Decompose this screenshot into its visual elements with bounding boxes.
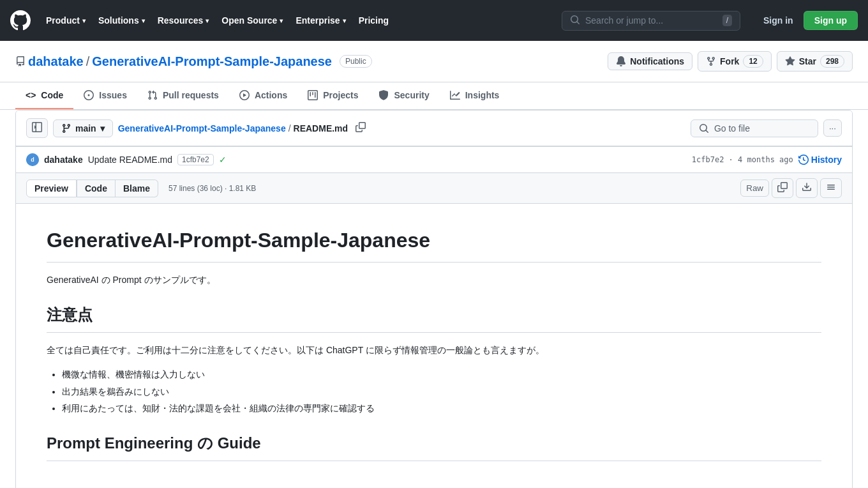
list-item: 出力結果を鵜呑みにしない	[62, 385, 821, 399]
nav-open-source-label: Open Source	[221, 15, 277, 26]
readme-title: GenerativeAI-Prompt-Sample-Japanese	[47, 224, 821, 263]
tab-code-label: Code	[41, 90, 63, 100]
file-path-repo-link[interactable]: GenerativeAI-Prompt-Sample-Japanese	[118, 123, 286, 133]
sign-in-button[interactable]: Sign in	[758, 11, 798, 30]
star-icon	[785, 56, 795, 66]
nav-open-source[interactable]: Open Source ▾	[216, 11, 288, 29]
raw-button[interactable]: Raw	[740, 179, 769, 197]
branch-chevron: ▾	[100, 123, 105, 133]
tab-issues[interactable]: Issues	[73, 82, 137, 109]
goto-file-placeholder: Go to file	[714, 123, 750, 133]
commit-time: 4 months ago	[738, 155, 793, 164]
repo-header: dahatake / GenerativeAI-Prompt-Sample-Ja…	[0, 41, 868, 82]
tab-code[interactable]: <> Code	[15, 82, 73, 109]
search-icon	[570, 15, 580, 27]
notifications-button[interactable]: Notifications	[608, 52, 692, 70]
commit-dot: ·	[729, 155, 738, 164]
fork-icon	[706, 56, 716, 66]
commit-message: Update README.md	[88, 155, 172, 165]
list-item: 機微な情報、機密情報は入力しない	[62, 367, 821, 381]
copy-content-button[interactable]	[772, 178, 793, 198]
nav-resources-chevron: ▾	[206, 17, 209, 24]
tab-security[interactable]: Security	[368, 82, 439, 109]
copy-icon	[355, 122, 366, 132]
commit-full-hash: 1cfb7e2 · 4 months ago	[692, 155, 793, 164]
sign-up-button[interactable]: Sign up	[804, 11, 858, 30]
readme-content: GenerativeAI-Prompt-Sample-Japanese Gene…	[16, 204, 852, 488]
nav-solutions[interactable]: Solutions ▾	[93, 11, 150, 29]
nav-resources[interactable]: Resources ▾	[153, 11, 214, 29]
tab-pull-requests[interactable]: Pull requests	[137, 82, 229, 109]
notifications-label: Notifications	[630, 56, 684, 66]
avatar: d	[26, 153, 39, 166]
branch-selector[interactable]: main ▾	[53, 119, 113, 137]
avatar-image: d	[26, 153, 39, 166]
commit-hash-short: 1cfb7e2	[692, 155, 724, 164]
tab-pull-requests-label: Pull requests	[163, 90, 219, 100]
tab-projects[interactable]: Projects	[297, 82, 368, 109]
tab-projects-label: Projects	[323, 90, 358, 100]
copy-path-button[interactable]	[353, 119, 368, 137]
nav-solutions-chevron: ▾	[142, 17, 145, 24]
content-area: main ▾ GenerativeAI-Prompt-Sample-Japane…	[0, 110, 868, 488]
tab-actions[interactable]: Actions	[229, 82, 297, 109]
nav-solutions-label: Solutions	[98, 15, 139, 26]
more-options-icon: ···	[829, 123, 836, 133]
nav-product-chevron: ▾	[82, 17, 86, 24]
tab-bar: <> Code Issues Pull requests Actions Pro…	[0, 82, 868, 110]
nav-items: Product ▾ Solutions ▾ Resources ▾ Open S…	[41, 11, 394, 29]
view-tabs: Preview Code Blame	[26, 179, 158, 197]
history-button[interactable]: History	[798, 155, 842, 165]
insights-icon	[450, 90, 460, 100]
file-header-right: Go to file ···	[691, 119, 842, 137]
download-button[interactable]	[796, 178, 818, 198]
star-label: Star	[799, 56, 816, 66]
repo-name-link[interactable]: GenerativeAI-Prompt-Sample-Japanese	[92, 54, 332, 69]
blame-tab[interactable]: Blame	[116, 179, 158, 197]
sidebar-toggle-button[interactable]	[26, 118, 48, 138]
search-input[interactable]	[585, 15, 717, 26]
branch-name: main	[75, 123, 96, 133]
actions-icon	[239, 90, 250, 100]
top-navigation: Product ▾ Solutions ▾ Resources ▾ Open S…	[0, 0, 868, 41]
tab-actions-label: Actions	[255, 90, 287, 100]
list-item: 利用にあたっては、知財・法的な課題を会社・組織の法律の専門家に確認する	[62, 401, 821, 415]
file-actions: Raw	[740, 178, 842, 198]
readme-section2-title: Prompt Engineering の Guide	[47, 431, 821, 461]
repo-actions: Notifications Fork 12 Star 298	[608, 51, 853, 72]
star-count: 298	[820, 55, 844, 68]
nav-resources-label: Resources	[158, 15, 204, 26]
commit-hash-button[interactable]: 1cfb7e2	[177, 154, 214, 165]
goto-file-button[interactable]: Go to file	[691, 119, 818, 137]
file-path-section: main ▾ GenerativeAI-Prompt-Sample-Japane…	[26, 118, 368, 138]
history-label: History	[811, 155, 842, 165]
nav-pricing[interactable]: Pricing	[354, 11, 394, 29]
more-options-button[interactable]: ···	[823, 119, 842, 137]
issues-icon	[84, 90, 94, 100]
nav-product-label: Product	[46, 15, 80, 26]
projects-icon	[308, 90, 318, 100]
fork-button[interactable]: Fork 12	[698, 51, 772, 72]
commit-author: dahatake	[44, 155, 83, 165]
nav-product[interactable]: Product ▾	[41, 11, 91, 29]
star-button[interactable]: Star 298	[777, 51, 853, 72]
repo-icon	[15, 56, 26, 66]
readme-section1-list: 機微な情報、機密情報は入力しない 出力結果を鵜呑みにしない 利用にあたっては、知…	[47, 367, 821, 415]
preview-tab[interactable]: Preview	[26, 179, 77, 197]
search-bar[interactable]: /	[562, 11, 740, 31]
repo-visibility-badge: Public	[340, 55, 372, 68]
commit-status-icon: ✓	[219, 155, 227, 165]
tab-insights[interactable]: Insights	[440, 82, 510, 109]
code-icon: <>	[26, 90, 36, 100]
tab-insights-label: Insights	[465, 90, 500, 100]
list-outline-button[interactable]	[820, 178, 842, 198]
tab-issues-label: Issues	[99, 90, 127, 100]
nav-enterprise[interactable]: Enterprise ▾	[290, 11, 350, 29]
nav-open-source-chevron: ▾	[280, 17, 283, 24]
code-tab[interactable]: Code	[77, 179, 116, 197]
file-box: main ▾ GenerativeAI-Prompt-Sample-Japane…	[15, 110, 853, 488]
bell-icon	[616, 56, 626, 66]
repo-owner-link[interactable]: dahatake	[28, 54, 84, 69]
commit-info-right: 1cfb7e2 · 4 months ago History	[692, 155, 842, 165]
github-logo[interactable]	[10, 10, 31, 31]
